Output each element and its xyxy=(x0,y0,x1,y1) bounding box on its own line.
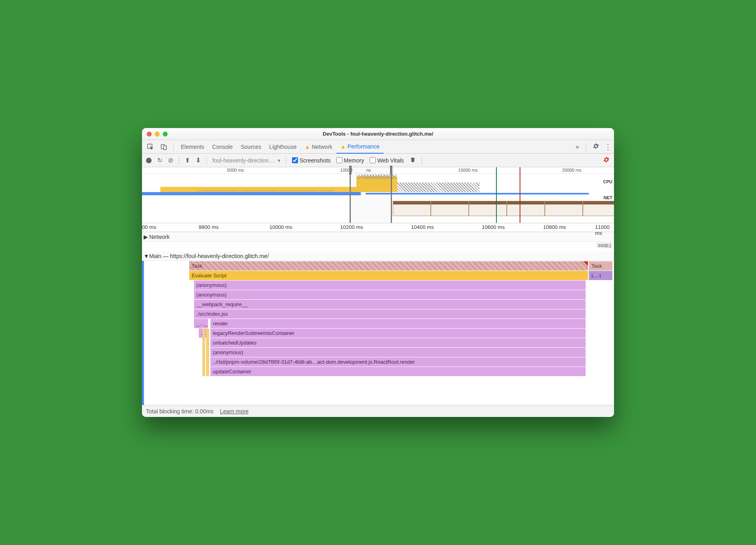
flame-bar[interactable]: Task xyxy=(589,261,612,270)
recording-selector[interactable]: foul-heavenly-direction.… ▾ xyxy=(212,157,280,164)
tab-performance[interactable]: ▲Performance xyxy=(336,140,384,154)
flame-bar[interactable]: unbatchedUpdates xyxy=(210,338,586,347)
save-profile-icon[interactable]: ⬇ xyxy=(196,156,201,164)
record-icon[interactable] xyxy=(146,158,152,163)
flame-bar[interactable]: (anonymous) xyxy=(194,290,586,299)
inspect-icon[interactable] xyxy=(144,143,156,150)
overview-viewport[interactable] xyxy=(350,167,392,223)
settings-icon[interactable] xyxy=(592,142,600,151)
load-profile-icon[interactable]: ⬆ xyxy=(185,156,190,164)
more-tabs-icon[interactable]: » xyxy=(576,143,579,150)
disclosure-icon: ▶ xyxy=(144,234,149,240)
status-bar: Total blocking time: 0.00ms Learn more xyxy=(142,405,614,417)
timeline-overview[interactable]: 5000 ms10000ns15000 ms20000 ms CPU NET xyxy=(142,167,614,223)
overview-tick: 15000 ms xyxy=(458,168,478,172)
recording-selector-label: foul-heavenly-direction.… xyxy=(212,157,276,164)
warning-icon: ▲ xyxy=(305,144,310,150)
warning-icon: ▲ xyxy=(340,143,346,150)
ruler-tick: 10200 ms xyxy=(340,224,363,230)
overview-tick: 20000 ms xyxy=(562,168,581,172)
tab-console[interactable]: Console xyxy=(208,140,236,154)
flame-chart[interactable]: TaskTaskEvaluate ScriptL…t(anonymous)(an… xyxy=(142,261,614,405)
flame-bar[interactable]: legacyRenderSubtreeIntoContainer xyxy=(210,328,586,338)
marker-red xyxy=(520,167,520,223)
flame-bar[interactable]: Task xyxy=(189,261,588,270)
flame-bar[interactable] xyxy=(206,328,209,376)
flame-bar[interactable]: (anonymous) xyxy=(194,280,586,290)
learn-more-link[interactable]: Learn more xyxy=(220,408,249,415)
network-request-badge[interactable]: soop.j xyxy=(596,242,612,248)
network-track-label: Network xyxy=(149,234,170,240)
titlebar: DevTools - foul-heavenly-direction.glitc… xyxy=(142,128,614,140)
flame-bar[interactable]: updateContainer xyxy=(210,367,586,376)
panel-tabs: ElementsConsoleSourcesLighthouse▲Network… xyxy=(142,140,614,154)
chevron-down-icon: ▾ xyxy=(278,157,280,164)
window-title: DevTools - foul-heavenly-direction.glitc… xyxy=(142,131,614,137)
overview-tick: 5000 ms xyxy=(227,168,244,172)
tab-elements[interactable]: Elements xyxy=(177,140,208,154)
svg-rect-2 xyxy=(164,146,166,150)
ruler-tick: 10600 ms xyxy=(482,224,505,230)
blocking-time-label: Total blocking time: 0.00ms xyxy=(146,408,214,415)
flame-bar[interactable]: (anonymous) xyxy=(210,347,586,357)
ruler-tick: 10400 ms xyxy=(411,224,434,230)
flame-bar[interactable]: ../rbd/pnpm-volume/28d7f85f-31d7-4fd8-ab… xyxy=(210,357,586,367)
ruler-tick: 11000 ms xyxy=(595,224,614,236)
reload-icon[interactable]: ↻ xyxy=(157,156,162,164)
flame-bar[interactable]: L…t xyxy=(589,270,612,280)
kebab-menu-icon[interactable]: ⋮ xyxy=(604,142,612,151)
ruler-tick: 10800 ms xyxy=(543,224,566,230)
tab-lighthouse[interactable]: Lighthouse xyxy=(265,140,301,154)
flame-bar[interactable]: ./src/index.jsx xyxy=(194,309,586,319)
flame-bar[interactable]: __webpack_require__ xyxy=(194,299,586,309)
perf-toolbar: ↻ ⊘ ⬆ ⬇ foul-heavenly-direction.… ▾ Scre… xyxy=(142,154,614,167)
flame-bar[interactable]: render xyxy=(210,319,586,328)
ruler-tick: 00 ms xyxy=(142,224,156,230)
tab-network[interactable]: ▲Network xyxy=(301,140,336,154)
main-track-header[interactable]: ▼ Main — https://foul-heavenly-direction… xyxy=(142,251,614,261)
screenshots-checkbox[interactable]: Screenshots xyxy=(292,157,331,164)
ruler-tick: 9800 ms xyxy=(199,224,219,230)
network-track-header[interactable]: ▶ Network xyxy=(142,232,614,242)
network-lane: soop.j xyxy=(142,242,614,251)
flame-bar[interactable]: _…_ xyxy=(194,319,208,328)
flame-bar[interactable] xyxy=(202,328,205,376)
overview-net-label: NET xyxy=(604,195,612,200)
flame-bar[interactable]: Evaluate Script xyxy=(189,270,588,280)
memory-checkbox[interactable]: Memory xyxy=(336,157,364,164)
detail-ruler[interactable]: 00 ms9800 ms10000 ms10200 ms10400 ms1060… xyxy=(142,223,614,232)
marker-green xyxy=(496,167,497,223)
capture-settings-icon[interactable] xyxy=(603,156,610,164)
devtools-window: DevTools - foul-heavenly-direction.glitc… xyxy=(142,128,614,417)
tab-sources[interactable]: Sources xyxy=(237,140,265,154)
disclosure-icon: ▼ xyxy=(144,253,149,259)
ruler-tick: 10000 ms xyxy=(270,224,292,230)
main-track-label: Main — https://foul-heavenly-direction.g… xyxy=(149,253,269,259)
overview-cpu-label: CPU xyxy=(603,179,612,184)
clear-icon[interactable]: ⊘ xyxy=(168,156,173,164)
trash-icon[interactable] xyxy=(410,156,416,164)
webvitals-checkbox[interactable]: Web Vitals xyxy=(370,157,404,164)
device-toggle-icon[interactable] xyxy=(158,143,170,150)
